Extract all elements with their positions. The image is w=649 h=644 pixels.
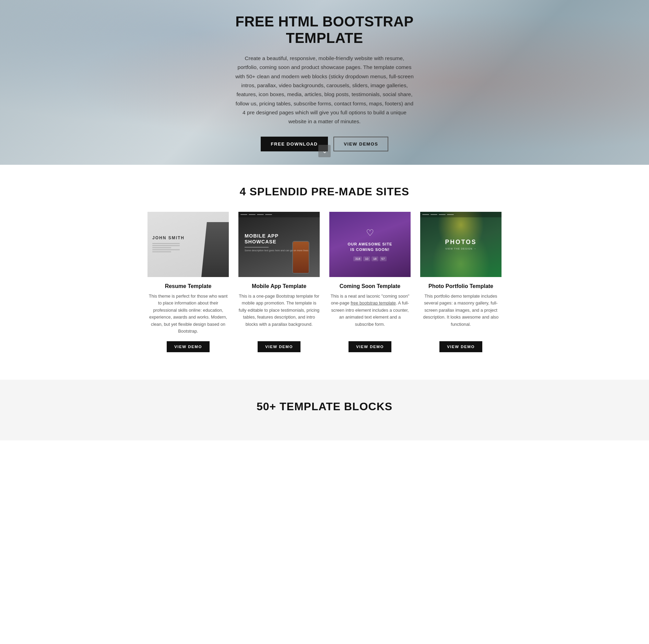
mobile-card-desc: This is a one-page Bootstrap template fo… — [238, 293, 320, 335]
photo-portfolio-card-title: Photo Portfolio Template — [428, 283, 493, 289]
counter-minutes: 18 — [371, 256, 378, 261]
coming-soon-view-demo-button[interactable]: VIEW DEMO — [349, 341, 391, 352]
coming-soon-card-desc: This is a neat and laconic "coming soon"… — [329, 293, 411, 335]
cards-row: JOHN SMITH Resume Template This theme is… — [143, 212, 506, 363]
card-resume: JOHN SMITH Resume Template This theme is… — [143, 212, 234, 363]
mobile-navbar — [238, 212, 320, 217]
mobile-card-title: Mobile App Template — [252, 283, 306, 289]
photo-portfolio-thumbnail: PHOTOS VIEW THE DESIGN → — [420, 212, 502, 277]
card-photo-portfolio: PHOTOS VIEW THE DESIGN → Photo Portfolio… — [415, 212, 506, 363]
premade-section-title: 4 SPLENDID PRE-MADE SITES — [143, 185, 506, 198]
photo-portfolio-card-desc: This portfolio demo template includes se… — [420, 293, 502, 335]
mobile-thumbnail: MOBILE APPSHOWCASE Some description text… — [238, 212, 320, 277]
countdown-counter: 318 10 18 57 — [353, 256, 386, 261]
photos-label: PHOTOS — [445, 239, 477, 246]
premade-sites-section: 4 SPLENDID PRE-MADE SITES JOHN SMITH — [0, 165, 649, 380]
counter-seconds: 57 — [380, 256, 387, 261]
resume-card-desc: This theme is perfect for those who want… — [148, 293, 229, 335]
resume-line-4 — [152, 249, 180, 250]
scroll-down-button[interactable]: ⌄ — [318, 145, 331, 157]
coming-soon-thumbnail: ♡ OUR AWESOME SITEIS COMING SOON! 318 10… — [329, 212, 411, 277]
resume-view-demo-button[interactable]: VIEW DEMO — [167, 341, 210, 352]
mobile-app-subtitle: Some description text goes here and can … — [245, 249, 308, 252]
coming-soon-card-title: Coming Soon Template — [340, 283, 400, 289]
resume-line-3 — [152, 247, 171, 248]
template-blocks-section: 50+ TEMPLATE BLOCKS — [0, 380, 649, 440]
resume-line-1 — [152, 243, 180, 244]
hero-title: FREE HTML BOOTSTRAP TEMPLATE — [235, 13, 414, 46]
card-mobile-app: MOBILE APPSHOWCASE Some description text… — [234, 212, 324, 363]
hero-description: Create a beautiful, responsive, mobile-f… — [235, 54, 414, 126]
photo-portfolio-view-demo-button[interactable]: VIEW DEMO — [439, 341, 482, 352]
heart-icon: ♡ — [366, 228, 374, 238]
resume-line-5 — [152, 251, 171, 252]
card-coming-soon: ♡ OUR AWESOME SITEIS COMING SOON! 318 10… — [324, 212, 415, 363]
photo-view-design: VIEW THE DESIGN → — [445, 247, 476, 250]
resume-name-label: JOHN SMITH — [152, 235, 185, 240]
resume-card-title: Resume Template — [165, 283, 212, 289]
coming-soon-text: OUR AWESOME SITEIS COMING SOON! — [348, 242, 392, 252]
counter-days: 318 — [353, 256, 362, 261]
view-demos-button[interactable]: VIEW DEMOS — [333, 137, 388, 151]
counter-hours: 10 — [363, 256, 370, 261]
resume-thumbnail: JOHN SMITH — [148, 212, 229, 277]
resume-line-2 — [152, 245, 180, 246]
resume-person-image — [201, 222, 229, 277]
photo-navbar — [420, 212, 502, 217]
hero-section: FREE HTML BOOTSTRAP TEMPLATE Create a be… — [0, 0, 649, 165]
chevron-down-icon: ⌄ — [322, 148, 327, 155]
free-download-button[interactable]: FREE DOWNLOAD — [261, 137, 328, 151]
mobile-view-demo-button[interactable]: VIEW DEMO — [258, 341, 300, 352]
free-bootstrap-link[interactable]: free bootstrap template — [351, 300, 396, 306]
blocks-section-title: 50+ TEMPLATE BLOCKS — [143, 400, 506, 413]
mobile-app-title: MOBILE APPSHOWCASE — [245, 233, 308, 245]
